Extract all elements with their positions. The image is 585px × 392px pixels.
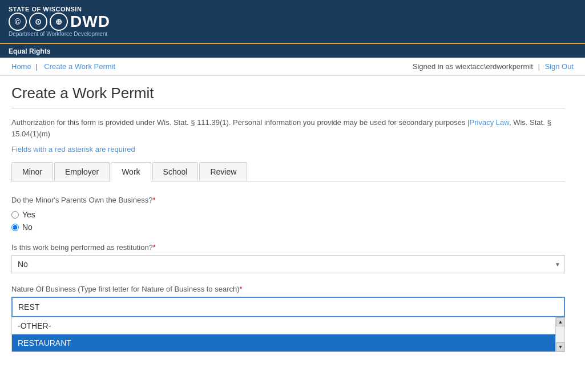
dropdown-scrollbar: ▲ ▼ [555, 317, 564, 351]
logo-icon-1: © [9, 13, 27, 31]
header: STATE OF WISCONSIN © ⊙ ⊕ DWD Department … [0, 0, 585, 43]
radio-option-yes: Yes [11, 210, 565, 219]
required-star-3: * [240, 285, 243, 293]
breadcrumb-separator: | [35, 62, 37, 71]
radio-yes-label: Yes [22, 210, 35, 219]
form-section: Do the Minor's Parents Own the Business?… [11, 193, 565, 366]
privacy-link[interactable]: Privacy Law [470, 118, 509, 127]
scroll-up-button[interactable]: ▲ [556, 317, 565, 326]
tab-employer[interactable]: Employer [54, 162, 110, 181]
breadcrumb-current: Create a Work Permit [44, 62, 115, 71]
state-text: STATE OF WISCONSIN [9, 6, 110, 13]
auth-notice: Authorization for this form is provided … [11, 117, 565, 139]
main-content: Create a Work Permit Authorization for t… [0, 76, 576, 375]
nature-search-container: -OTHER- RESTAURANT ▲ ▼ [11, 297, 565, 352]
nature-of-business-group: Nature Of Business (Type first letter fo… [11, 285, 565, 352]
nature-dropdown: -OTHER- RESTAURANT ▲ ▼ [11, 317, 565, 352]
signed-in-area: Signed in as wiextacc\erdworkpermit | Si… [413, 62, 574, 71]
required-star-2: * [153, 243, 156, 252]
home-link[interactable]: Home [11, 62, 31, 71]
dept-text: Department of Workforce Development [9, 31, 110, 37]
parents-own-business-options: Yes No [11, 210, 565, 232]
equal-rights-label: Equal Rights [9, 47, 50, 55]
dropdown-item-other[interactable]: -OTHER- [12, 317, 555, 334]
radio-no-label: No [22, 223, 33, 232]
radio-option-no: No [11, 223, 565, 232]
radio-yes[interactable] [11, 211, 19, 219]
parents-own-business-group: Do the Minor's Parents Own the Business?… [11, 196, 565, 232]
scroll-down-button[interactable]: ▼ [556, 342, 565, 351]
restitution-label: Is this work being performed as restitut… [11, 243, 565, 252]
tab-school[interactable]: School [152, 162, 199, 181]
nav-separator: | [538, 62, 539, 71]
logo-area: STATE OF WISCONSIN © ⊙ ⊕ DWD Department … [9, 6, 110, 37]
breadcrumb: Home | Create a Work Permit [11, 62, 118, 71]
tab-review[interactable]: Review [199, 162, 247, 181]
restitution-select-wrapper: No Yes ▼ [11, 255, 565, 273]
tab-work[interactable]: Work [111, 162, 151, 181]
logo-dwd: DWD [70, 13, 110, 31]
signed-in-text: Signed in as wiextacc\erdworkpermit [413, 62, 533, 71]
nature-search-input[interactable] [11, 297, 565, 317]
page-title: Create a Work Permit [11, 84, 565, 108]
restitution-select[interactable]: No Yes [11, 255, 565, 273]
sign-out-link[interactable]: Sign Out [544, 62, 574, 71]
nature-dropdown-items: -OTHER- RESTAURANT [12, 317, 564, 351]
tab-minor[interactable]: Minor [11, 162, 53, 181]
nav-bar: Home | Create a Work Permit Signed in as… [0, 58, 585, 76]
dropdown-item-restaurant[interactable]: RESTAURANT [12, 334, 555, 351]
nature-of-business-label: Nature Of Business (Type first letter fo… [11, 285, 565, 293]
logo-icon-3: ⊕ [50, 13, 68, 31]
tabs-container: Minor Employer Work School Review [11, 162, 565, 181]
required-star-1: * [152, 196, 155, 204]
nature-dropdown-wrapper: -OTHER- RESTAURANT ▲ ▼ [11, 317, 565, 352]
required-notice: Fields with a red asterisk are required [11, 145, 565, 153]
restitution-group: Is this work being performed as restitut… [11, 243, 565, 273]
auth-notice-text: Authorization for this form is provided … [11, 118, 470, 127]
logo-icon-2: ⊙ [29, 13, 47, 31]
equal-rights-bar: Equal Rights [0, 43, 585, 58]
radio-no[interactable] [11, 224, 19, 231]
logo-icons: © ⊙ ⊕ DWD [9, 13, 110, 31]
parents-own-business-label: Do the Minor's Parents Own the Business?… [11, 196, 565, 204]
